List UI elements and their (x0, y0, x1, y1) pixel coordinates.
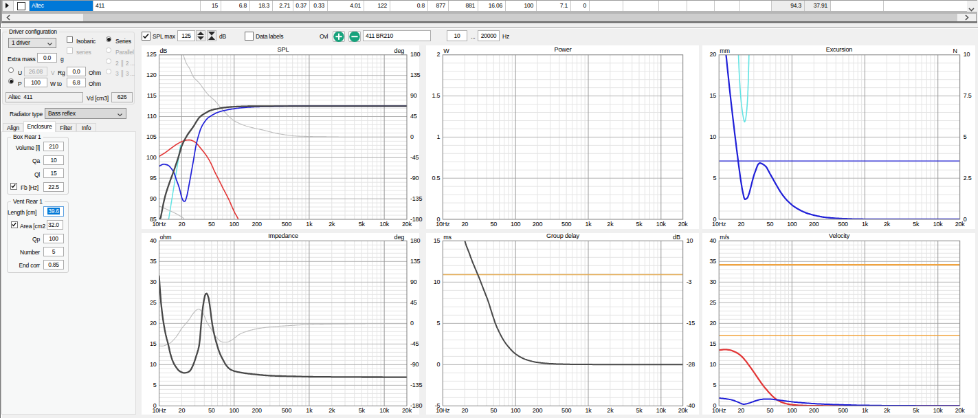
svg-text:Velocity: Velocity (828, 233, 849, 239)
svg-text:1k: 1k (306, 221, 313, 228)
svg-text:5k: 5k (636, 221, 643, 228)
svg-text:20k: 20k (402, 221, 412, 228)
svg-text:10Hz: 10Hz (152, 407, 166, 414)
svg-text:20: 20 (461, 407, 468, 414)
svg-text:35: 35 (150, 258, 157, 265)
svg-text:-180: -180 (410, 215, 422, 222)
svg-text:1k: 1k (585, 407, 592, 414)
svg-text:10: 10 (963, 51, 970, 58)
svg-text:2k: 2k (883, 221, 890, 228)
svg-text:10Hz: 10Hz (436, 407, 450, 414)
svg-text:0.5: 0.5 (432, 174, 440, 181)
svg-text:100: 100 (511, 221, 521, 228)
svg-text:500: 500 (838, 407, 848, 414)
svg-text:105: 105 (146, 133, 157, 140)
svg-text:20: 20 (709, 320, 716, 327)
svg-text:50: 50 (490, 221, 497, 228)
svg-text:20k: 20k (955, 221, 965, 228)
svg-text:10Hz: 10Hz (712, 221, 726, 228)
svg-text:15: 15 (709, 92, 716, 99)
svg-text:90: 90 (150, 195, 157, 201)
svg-text:W: W (443, 47, 449, 54)
svg-text:500: 500 (282, 221, 292, 228)
svg-text:10k: 10k (933, 407, 943, 414)
svg-text:ohm: ohm (160, 234, 172, 241)
svg-text:200: 200 (533, 221, 543, 228)
svg-text:90: 90 (410, 92, 417, 99)
svg-text:10: 10 (687, 237, 693, 244)
svg-text:100: 100 (229, 221, 239, 228)
svg-text:35: 35 (709, 258, 716, 265)
svg-text:-3: -3 (687, 278, 692, 285)
svg-text:10: 10 (709, 133, 716, 140)
svg-text:10: 10 (434, 278, 441, 285)
svg-text:20: 20 (461, 221, 468, 228)
svg-text:10Hz: 10Hz (152, 221, 166, 228)
svg-text:10Hz: 10Hz (712, 407, 726, 414)
svg-text:5: 5 (436, 320, 440, 327)
svg-text:25: 25 (150, 299, 157, 306)
svg-text:200: 200 (252, 407, 262, 414)
svg-text:2k: 2k (328, 407, 335, 414)
svg-text:40: 40 (709, 237, 716, 244)
svg-text:Power: Power (554, 46, 571, 53)
svg-text:5k: 5k (359, 407, 366, 414)
svg-text:10: 10 (150, 361, 157, 368)
svg-text:ms: ms (443, 234, 452, 241)
svg-text:N: N (953, 47, 957, 54)
svg-text:1: 1 (436, 133, 440, 140)
svg-text:50: 50 (766, 407, 773, 414)
svg-text:5k: 5k (359, 221, 366, 228)
svg-text:2: 2 (436, 51, 440, 58)
svg-text:7.5: 7.5 (963, 92, 971, 99)
svg-text:1k: 1k (862, 407, 869, 414)
svg-text:1k: 1k (585, 221, 592, 228)
svg-text:-180: -180 (410, 402, 422, 409)
svg-text:50: 50 (490, 407, 497, 414)
svg-text:10k: 10k (656, 407, 667, 414)
svg-text:2.5: 2.5 (963, 174, 971, 181)
svg-text:1.5: 1.5 (432, 92, 440, 99)
svg-text:45: 45 (410, 299, 417, 306)
svg-text:200: 200 (809, 221, 819, 228)
svg-text:5k: 5k (913, 407, 920, 414)
svg-text:135: 135 (410, 258, 421, 265)
svg-text:0: 0 (436, 361, 440, 368)
svg-text:-15: -15 (687, 320, 695, 327)
svg-text:10k: 10k (379, 221, 390, 228)
svg-text:-45: -45 (410, 340, 419, 347)
svg-text:-45: -45 (410, 153, 419, 160)
svg-text:10: 10 (709, 361, 716, 368)
svg-text:500: 500 (838, 221, 848, 228)
svg-text:5: 5 (713, 174, 716, 181)
svg-text:2k: 2k (607, 407, 614, 414)
svg-text:50: 50 (208, 407, 215, 414)
svg-text:115: 115 (147, 92, 157, 99)
svg-text:135: 135 (410, 72, 421, 78)
svg-text:20: 20 (150, 320, 157, 327)
svg-text:5: 5 (153, 382, 157, 388)
svg-text:50: 50 (766, 221, 773, 228)
svg-text:20k: 20k (402, 407, 412, 414)
svg-text:100: 100 (787, 221, 797, 228)
svg-text:-90: -90 (410, 174, 419, 181)
svg-text:500: 500 (282, 407, 292, 414)
svg-text:200: 200 (533, 407, 543, 414)
svg-text:-90: -90 (410, 361, 419, 368)
svg-text:500: 500 (561, 221, 572, 228)
svg-text:2k: 2k (328, 221, 335, 228)
svg-text:0: 0 (410, 133, 414, 140)
svg-text:200: 200 (252, 221, 262, 228)
svg-text:30: 30 (150, 278, 157, 285)
svg-text:5: 5 (713, 382, 716, 388)
svg-text:30: 30 (709, 278, 716, 285)
svg-text:110: 110 (147, 113, 157, 120)
svg-text:20k: 20k (955, 407, 965, 414)
svg-text:5k: 5k (913, 221, 920, 228)
svg-text:5: 5 (963, 133, 966, 140)
svg-text:10k: 10k (933, 221, 943, 228)
svg-text:Impedance: Impedance (268, 233, 298, 239)
svg-text:Excursion: Excursion (825, 46, 852, 53)
svg-text:deg: deg (394, 234, 405, 241)
svg-text:20k: 20k (678, 407, 689, 414)
